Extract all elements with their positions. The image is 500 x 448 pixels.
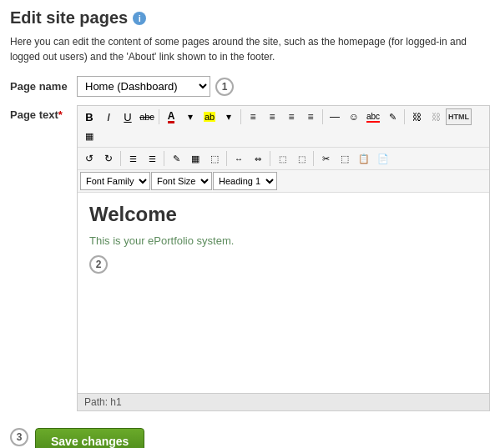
table-icon: ▦ [191, 154, 199, 164]
toolbar-row-2: ↺ ↻ ☰ ☰ ✎ ▦ ⬚ ↔ ⇔ ⬚ ⬚ ✂ ⬚ 📋 📄 [78, 148, 489, 170]
html-button[interactable]: HTML [446, 108, 472, 125]
copy-button[interactable]: ⬚ [336, 149, 354, 168]
align-justify-icon: ≡ [307, 111, 313, 123]
page-name-label: Page name [10, 76, 77, 93]
align-center-button[interactable]: ≡ [263, 108, 281, 126]
spellcheck-icon: abc [366, 112, 380, 123]
undo-icon: ↺ [85, 153, 93, 164]
align-right-icon: ≡ [288, 111, 294, 123]
insert-image-icon: ✎ [389, 112, 396, 123]
circle-number-1: 1 [215, 78, 234, 96]
toolbar-row-1: B I U abc A ▾ ab ▾ ≡ ≡ ≡ ≡ — ☺ abc ✎ [78, 106, 489, 148]
page-name-control: Home (Dashboard) About Logged out home 1 [77, 76, 234, 97]
circle-number-2: 2 [89, 255, 108, 274]
toolbar-divider-2 [240, 109, 241, 124]
page-description: Here you can edit the content of some pa… [10, 34, 490, 64]
source-button[interactable]: ▦ [80, 127, 98, 145]
unlink-icon: ⛓ [432, 112, 441, 122]
paste-icon: 📋 [358, 154, 370, 164]
more2-button[interactable]: ⇔ [249, 149, 267, 168]
more1-button[interactable]: ↔ [230, 149, 248, 168]
editor-body[interactable]: Welcome This is your ePortfolio system. … [78, 193, 489, 393]
paste-button[interactable]: 📋 [355, 149, 373, 168]
undo-button[interactable]: ↺ [80, 149, 98, 168]
page-title-row: Edit site pages i [10, 8, 490, 28]
font-size-select[interactable]: Font Size [151, 172, 212, 190]
align-left-icon: ≡ [250, 111, 255, 123]
insert2-button[interactable]: ⬚ [292, 149, 311, 168]
emoji-button[interactable]: ☺ [345, 108, 363, 126]
info-icon[interactable]: i [133, 12, 146, 25]
insert2-icon: ⬚ [298, 154, 306, 164]
link-button[interactable]: ⛓ [407, 108, 426, 126]
edit-button[interactable]: ✎ [167, 149, 185, 168]
editor-path: Path: h1 [78, 393, 489, 410]
more2-icon: ⇔ [255, 154, 261, 164]
cut-button[interactable]: ✂ [316, 149, 335, 168]
page-text-label: Page text* [10, 105, 70, 121]
ordered-list-button[interactable]: ☰ [124, 149, 142, 168]
ol-icon: ☰ [129, 154, 137, 164]
required-indicator: * [58, 108, 63, 121]
hr-icon: — [330, 111, 340, 123]
toolbar-divider-9 [313, 151, 314, 166]
cut-icon: ✂ [322, 154, 330, 164]
paste-text-button[interactable]: 📄 [374, 149, 392, 168]
circle-number-3: 3 [10, 428, 28, 446]
save-button[interactable]: Save changes [35, 428, 144, 448]
save-row: 3 Save changes [10, 420, 490, 448]
spellcheck-button[interactable]: abc [364, 108, 382, 126]
italic-button[interactable]: I [99, 108, 118, 126]
redo-icon: ↻ [104, 153, 113, 164]
page-title: Edit site pages [10, 8, 128, 28]
edit-icon: ✎ [173, 154, 180, 164]
bold-button[interactable]: B [80, 108, 98, 126]
page-name-select[interactable]: Home (Dashboard) About Logged out home [77, 76, 210, 97]
copy-icon: ⬚ [341, 154, 349, 164]
media-button[interactable]: ⬚ [205, 149, 224, 168]
page-text-row: Page text* B I U abc A ▾ ab ▾ ≡ ≡ ≡ ≡ — [10, 105, 490, 411]
editor-heading: Welcome [89, 203, 477, 226]
font-color-button[interactable]: A [162, 108, 180, 126]
page-name-row: Page name Home (Dashboard) About Logged … [10, 76, 490, 97]
more1-icon: ↔ [235, 154, 243, 164]
align-right-button[interactable]: ≡ [282, 108, 301, 126]
media-icon: ⬚ [210, 154, 219, 164]
ul-icon: ☰ [149, 154, 156, 164]
hr-button[interactable]: — [326, 108, 344, 126]
editor-paragraph: This is your ePortfolio system. [89, 234, 477, 247]
align-center-icon: ≡ [269, 111, 275, 123]
unlink-button[interactable]: ⛓ [427, 108, 445, 126]
insert-image-button[interactable]: ✎ [383, 108, 402, 126]
insert1-icon: ⬚ [279, 154, 286, 164]
table-button[interactable]: ▦ [186, 149, 205, 168]
highlight-button[interactable]: ab [200, 108, 219, 126]
align-left-button[interactable]: ≡ [244, 108, 262, 126]
editor-wrapper: B I U abc A ▾ ab ▾ ≡ ≡ ≡ ≡ — ☺ abc ✎ [77, 105, 490, 411]
font-family-select[interactable]: Font Family [80, 172, 150, 190]
heading-select[interactable]: Heading 1 Heading 2 Heading 3 Normal [213, 172, 277, 190]
toolbar-divider-3 [322, 109, 323, 124]
toolbar-divider-5 [120, 151, 121, 166]
strikethrough-button[interactable]: abc [138, 108, 156, 126]
toolbar-divider-8 [270, 151, 270, 166]
redo-button[interactable]: ↻ [99, 149, 118, 168]
source-icon: ▦ [85, 131, 93, 142]
highlight-icon: ab [204, 112, 215, 122]
align-justify-button[interactable]: ≡ [301, 108, 320, 126]
emoji-icon: ☺ [349, 111, 359, 123]
insert1-button[interactable]: ⬚ [273, 149, 291, 168]
link-icon: ⛓ [412, 112, 422, 122]
underline-button[interactable]: U [119, 108, 137, 126]
paste-text-icon: 📄 [377, 154, 389, 164]
font-color-dropdown[interactable]: ▾ [181, 108, 199, 126]
toolbar-divider-7 [226, 151, 227, 166]
highlight-dropdown[interactable]: ▾ [220, 108, 238, 126]
toolbar-row-3: Font Family Font Size Heading 1 Heading … [78, 170, 489, 193]
toolbar-divider-4 [404, 109, 405, 124]
toolbar-divider-1 [159, 109, 159, 124]
strikethrough-icon: abc [139, 112, 154, 122]
unordered-list-button[interactable]: ☰ [143, 149, 161, 168]
font-color-icon: A [168, 111, 175, 123]
toolbar-divider-6 [164, 151, 164, 166]
